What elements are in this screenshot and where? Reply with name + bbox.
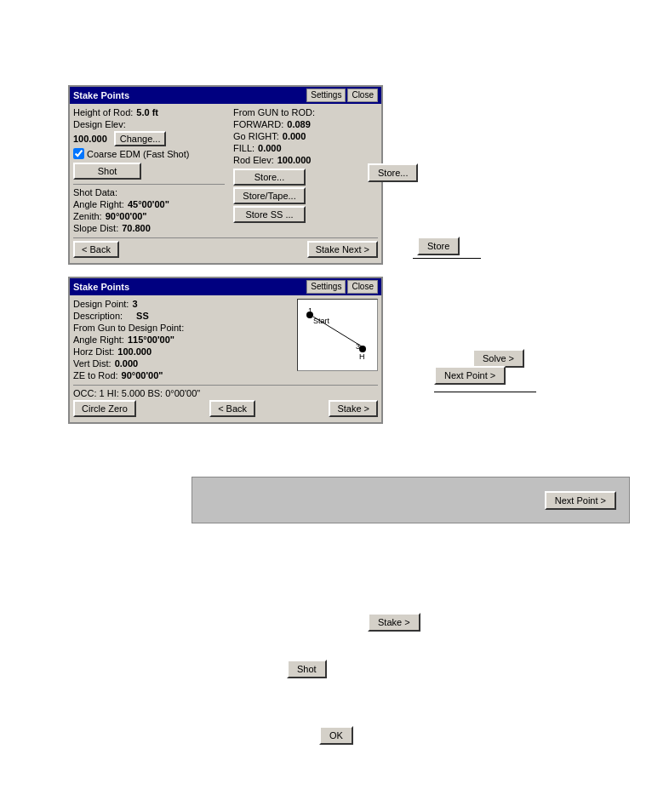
design-elev-row: Design Elev: [73,119,225,129]
slope-dist-value: 70.800 [122,223,151,233]
solve-button[interactable]: Solve > [472,349,524,368]
panel2-left: Design Point: 3 Description: SS From Gun… [73,299,294,382]
angle-right-value-p1: 45°00'00" [128,199,169,209]
panel2-main-content: Design Point: 3 Description: SS From Gun… [73,299,378,382]
store-ss-row: Store SS ... [233,206,378,223]
go-right-label: Go RIGHT: [233,131,279,141]
horz-dist-row: Horz Dist: 100.000 [73,346,294,357]
from-gun-label-p1: From GUN to ROD: [233,107,315,117]
store-underline [413,258,481,259]
panel2-title: Stake Points [73,282,129,292]
panel1-body: Height of Rod: 5.0 ft Design Elev: 100.0… [70,104,381,263]
panel1-close-button[interactable]: Close [347,89,378,102]
shot-button-panel1[interactable]: Shot [73,163,141,180]
store-float-button[interactable]: Store [417,237,460,255]
circle-zero-button[interactable]: Circle Zero [73,400,136,417]
next-point-top-button[interactable]: Next Point > [434,366,506,385]
angle-right-value-p2: 115°00'00" [128,335,174,345]
panel2-bottom-buttons: Circle Zero < Back Stake > [73,400,378,417]
store-dots-button-p1[interactable]: Store... [233,169,306,186]
from-gun-design-label: From Gun to Design Point: [73,323,184,333]
occ-row: OCC: 1 HI: 5.000 BS: 0°00'00" [73,388,378,398]
fill-label: FILL: [233,143,254,153]
panel2-body: Design Point: 3 Description: SS From Gun… [70,295,381,422]
ze-to-rod-label: ZE to Rod: [73,370,118,380]
panel2-title-buttons: Settings Close [306,280,378,294]
slope-dist-label: Slope Dist: [73,223,118,233]
panel1-title: Stake Points [73,90,129,100]
occ-label: OCC: 1 HI: 5.000 BS: 0°00'00" [73,388,200,398]
shot-data-label-row: Shot Data: [73,187,225,197]
description-value: SS [136,311,149,321]
from-gun-design-row: From Gun to Design Point: [73,323,294,333]
vert-dist-row: Vert Dist: 0.000 [73,358,294,369]
panel2-close-button[interactable]: Close [347,280,378,294]
stake-points-panel-top: Stake Points Settings Close Height of Ro… [68,85,383,265]
design-elev-value: 100.000 [73,134,107,144]
panel1-settings-button[interactable]: Settings [306,89,346,102]
vert-dist-label: Vert Dist: [73,358,112,369]
panel1-right-col: From GUN to ROD: FORWARD: 0.089 Go RIGHT… [226,107,378,235]
panel1-grid: Height of Rod: 5.0 ft Design Elev: 100.0… [73,107,378,235]
from-gun-row: From GUN to ROD: [233,107,378,117]
rod-elev-value: 100.000 [277,155,312,165]
store-dots-float-button[interactable]: Store... [368,163,418,182]
panel1-title-buttons: Settings Close [306,89,378,102]
vert-dist-value: 0.000 [115,358,139,369]
rod-elev-row: Rod Elev: 100.000 [233,155,378,165]
angle-right-label-p2: Angle Right: [73,335,124,345]
panel2-settings-button[interactable]: Settings [306,280,346,294]
map-label-h: H [359,352,365,361]
go-right-row: Go RIGHT: 0.000 [233,131,378,141]
ze-to-rod-value: 90°00'00" [122,370,163,380]
go-right-value: 0.000 [283,131,306,141]
stake-button-p2[interactable]: Stake > [329,400,378,417]
zenith-row: Zenith: 90°00'00" [73,211,225,221]
forward-row: FORWARD: 0.089 [233,119,378,129]
design-elev-label: Design Elev: [73,119,126,129]
ze-to-rod-row: ZE to Rod: 90°00'00" [73,370,294,380]
coarse-edm-label: Coarse EDM (Fast Shot) [87,149,189,159]
slope-dist-row: Slope Dist: 70.800 [73,223,225,233]
fill-row: FILL: 0.000 [233,143,378,153]
angle-right-p2-row: Angle Right: 115°00'00" [73,335,294,345]
panel2-titlebar: Stake Points Settings Close [70,278,381,295]
store-ss-button[interactable]: Store SS ... [233,206,306,223]
panel1-left-col: Height of Rod: 5.0 ft Design Elev: 100.0… [73,107,225,235]
design-point-value: 3 [132,299,137,309]
description-label: Description: [73,311,123,321]
design-elev-value-row: 100.000 Change... [73,131,225,146]
rod-elev-label: Rod Elev: [233,155,274,165]
ok-button[interactable]: OK [319,726,353,745]
map-area: 1 Start 3 H [297,299,378,371]
stake-points-panel-bottom: Stake Points Settings Close Design Point… [68,277,383,424]
coarse-edm-row: Coarse EDM (Fast Shot) [73,148,225,159]
stake-right-button[interactable]: Stake > [368,613,420,632]
stake-next-button[interactable]: Stake Next > [307,241,378,258]
shot-float-button[interactable]: Shot [287,660,327,678]
change-button[interactable]: Change... [114,131,167,146]
next-point-top-underline [434,392,536,392]
fill-value: 0.000 [258,143,282,153]
store-tape-button[interactable]: Store/Tape... [233,187,306,204]
map-svg [298,300,378,371]
description-row: Description: SS [73,311,294,321]
angle-right-row: Angle Right: 45°00'00" [73,199,225,209]
zenith-value: 90°00'00" [106,211,147,221]
horz-dist-value: 100.000 [117,346,152,357]
gray-band: Next Point > [192,477,630,523]
panel1-bottom-buttons: < Back Stake Next > [73,241,378,258]
angle-right-label-p1: Angle Right: [73,199,124,209]
coarse-edm-checkbox[interactable] [73,148,84,159]
back-button-p2[interactable]: < Back [209,400,255,417]
height-of-rod-value: 5.0 ft [136,107,158,117]
next-point-band-button[interactable]: Next Point > [545,491,616,510]
shot-btn-row: Shot [73,161,225,181]
back-button-p1[interactable]: < Back [73,241,119,258]
zenith-label: Zenith: [73,211,102,221]
height-of-rod-label: Height of Rod: [73,107,133,117]
shot-data-label: Shot Data: [73,187,117,197]
design-point-label: Design Point: [73,299,129,309]
map-dot-3 [359,346,366,352]
store-tape-row: Store/Tape... [233,187,378,204]
